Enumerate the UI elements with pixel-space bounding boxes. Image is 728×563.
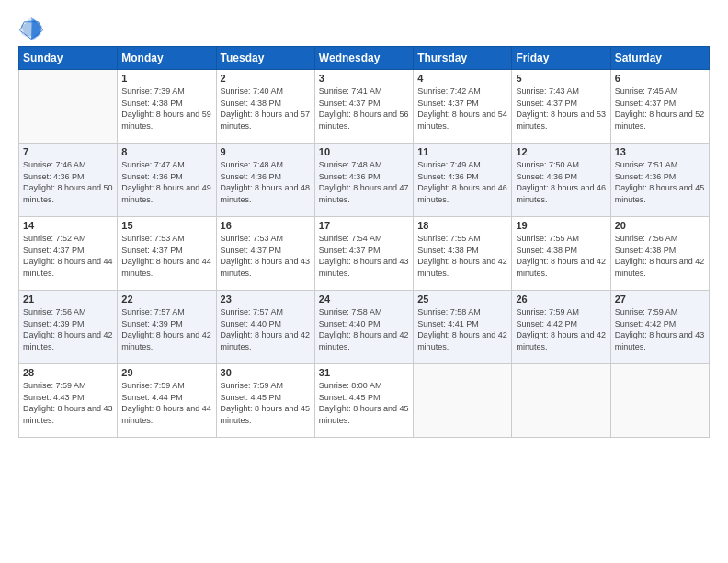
day-number: 5: [516, 73, 606, 84]
calendar-week-row: 7Sunrise: 7:46 AM Sunset: 4:36 PM Daylig…: [19, 144, 710, 217]
calendar-cell: 11Sunrise: 7:49 AM Sunset: 4:36 PM Dayli…: [414, 144, 512, 217]
day-info: Sunrise: 7:54 AM Sunset: 4:37 PM Dayligh…: [319, 233, 409, 279]
day-info: Sunrise: 7:48 AM Sunset: 4:36 PM Dayligh…: [319, 159, 409, 205]
day-number: 18: [417, 220, 507, 231]
day-number: 20: [615, 220, 705, 231]
day-number: 28: [23, 367, 113, 378]
calendar-table: SundayMondayTuesdayWednesdayThursdayFrid…: [18, 46, 710, 438]
day-info: Sunrise: 7:58 AM Sunset: 4:41 PM Dayligh…: [417, 306, 507, 352]
day-info: Sunrise: 7:56 AM Sunset: 4:38 PM Dayligh…: [615, 233, 705, 279]
calendar-cell: 21Sunrise: 7:56 AM Sunset: 4:39 PM Dayli…: [19, 291, 118, 364]
day-info: Sunrise: 7:59 AM Sunset: 4:44 PM Dayligh…: [121, 380, 211, 426]
day-number: 8: [121, 146, 211, 157]
calendar-week-row: 14Sunrise: 7:52 AM Sunset: 4:37 PM Dayli…: [19, 217, 710, 291]
calendar-cell: 15Sunrise: 7:53 AM Sunset: 4:37 PM Dayli…: [118, 217, 216, 291]
calendar-cell: 7Sunrise: 7:46 AM Sunset: 4:36 PM Daylig…: [19, 144, 118, 217]
day-number: 2: [221, 73, 311, 84]
calendar-cell: [610, 364, 709, 438]
day-number: 6: [615, 73, 705, 84]
calendar-cell: 5Sunrise: 7:43 AM Sunset: 4:37 PM Daylig…: [512, 70, 610, 144]
day-info: Sunrise: 7:57 AM Sunset: 4:40 PM Dayligh…: [221, 306, 311, 352]
page: SundayMondayTuesdayWednesdayThursdayFrid…: [0, 0, 728, 563]
day-number: 13: [615, 146, 705, 157]
day-number: 4: [417, 73, 507, 84]
calendar-cell: 16Sunrise: 7:53 AM Sunset: 4:37 PM Dayli…: [216, 217, 314, 291]
day-number: 26: [516, 293, 606, 304]
calendar-cell: 17Sunrise: 7:54 AM Sunset: 4:37 PM Dayli…: [314, 217, 413, 291]
day-number: 11: [417, 146, 507, 157]
day-number: 7: [23, 146, 113, 157]
calendar-cell: 30Sunrise: 7:59 AM Sunset: 4:45 PM Dayli…: [216, 364, 314, 438]
calendar-week-row: 28Sunrise: 7:59 AM Sunset: 4:43 PM Dayli…: [19, 364, 710, 438]
calendar-cell: 4Sunrise: 7:42 AM Sunset: 4:37 PM Daylig…: [414, 70, 512, 144]
calendar-cell: 2Sunrise: 7:40 AM Sunset: 4:38 PM Daylig…: [216, 70, 314, 144]
day-number: 25: [417, 293, 507, 304]
day-number: 31: [319, 367, 409, 378]
calendar-cell: 3Sunrise: 7:41 AM Sunset: 4:37 PM Daylig…: [314, 70, 413, 144]
weekday-header-wednesday: Wednesday: [314, 47, 413, 70]
day-number: 15: [121, 220, 211, 231]
day-info: Sunrise: 7:45 AM Sunset: 4:37 PM Dayligh…: [615, 86, 705, 132]
weekday-header-saturday: Saturday: [610, 47, 709, 70]
weekday-header-row: SundayMondayTuesdayWednesdayThursdayFrid…: [19, 47, 710, 70]
calendar-cell: 24Sunrise: 7:58 AM Sunset: 4:40 PM Dayli…: [314, 291, 413, 364]
day-number: 14: [23, 220, 113, 231]
calendar-cell: 14Sunrise: 7:52 AM Sunset: 4:37 PM Dayli…: [19, 217, 118, 291]
calendar-cell: 27Sunrise: 7:59 AM Sunset: 4:42 PM Dayli…: [610, 291, 709, 364]
day-info: Sunrise: 7:51 AM Sunset: 4:36 PM Dayligh…: [615, 159, 705, 205]
day-number: 21: [23, 293, 113, 304]
calendar-cell: 25Sunrise: 7:58 AM Sunset: 4:41 PM Dayli…: [414, 291, 512, 364]
day-number: 1: [121, 73, 211, 84]
logo-icon: [18, 15, 44, 40]
day-info: Sunrise: 7:52 AM Sunset: 4:37 PM Dayligh…: [23, 233, 113, 279]
day-number: 12: [516, 146, 606, 157]
calendar-cell: 10Sunrise: 7:48 AM Sunset: 4:36 PM Dayli…: [314, 144, 413, 217]
calendar-week-row: 21Sunrise: 7:56 AM Sunset: 4:39 PM Dayli…: [19, 291, 710, 364]
day-info: Sunrise: 7:59 AM Sunset: 4:43 PM Dayligh…: [23, 380, 113, 426]
day-info: Sunrise: 8:00 AM Sunset: 4:45 PM Dayligh…: [319, 380, 409, 426]
day-number: 3: [319, 73, 409, 84]
day-info: Sunrise: 7:59 AM Sunset: 4:42 PM Dayligh…: [516, 306, 606, 352]
day-info: Sunrise: 7:42 AM Sunset: 4:37 PM Dayligh…: [417, 86, 507, 132]
calendar-cell: 12Sunrise: 7:50 AM Sunset: 4:36 PM Dayli…: [512, 144, 610, 217]
day-number: 17: [319, 220, 409, 231]
day-number: 29: [121, 367, 211, 378]
day-info: Sunrise: 7:55 AM Sunset: 4:38 PM Dayligh…: [417, 233, 507, 279]
day-info: Sunrise: 7:58 AM Sunset: 4:40 PM Dayligh…: [319, 306, 409, 352]
day-number: 23: [221, 293, 311, 304]
day-info: Sunrise: 7:59 AM Sunset: 4:45 PM Dayligh…: [221, 380, 311, 426]
calendar-cell: 23Sunrise: 7:57 AM Sunset: 4:40 PM Dayli…: [216, 291, 314, 364]
day-info: Sunrise: 7:46 AM Sunset: 4:36 PM Dayligh…: [23, 159, 113, 205]
calendar-cell: 20Sunrise: 7:56 AM Sunset: 4:38 PM Dayli…: [610, 217, 709, 291]
day-number: 30: [221, 367, 311, 378]
calendar-cell: [19, 70, 118, 144]
day-number: 24: [319, 293, 409, 304]
calendar-week-row: 1Sunrise: 7:39 AM Sunset: 4:38 PM Daylig…: [19, 70, 710, 144]
calendar-cell: 18Sunrise: 7:55 AM Sunset: 4:38 PM Dayli…: [414, 217, 512, 291]
day-info: Sunrise: 7:48 AM Sunset: 4:36 PM Dayligh…: [221, 159, 311, 205]
calendar-cell: 8Sunrise: 7:47 AM Sunset: 4:36 PM Daylig…: [118, 144, 216, 217]
day-info: Sunrise: 7:59 AM Sunset: 4:42 PM Dayligh…: [615, 306, 705, 352]
day-number: 27: [615, 293, 705, 304]
day-number: 22: [121, 293, 211, 304]
calendar-cell: 19Sunrise: 7:55 AM Sunset: 4:38 PM Dayli…: [512, 217, 610, 291]
weekday-header-tuesday: Tuesday: [216, 47, 314, 70]
calendar-cell: 29Sunrise: 7:59 AM Sunset: 4:44 PM Dayli…: [118, 364, 216, 438]
day-number: 16: [221, 220, 311, 231]
day-info: Sunrise: 7:50 AM Sunset: 4:36 PM Dayligh…: [516, 159, 606, 205]
day-number: 19: [516, 220, 606, 231]
day-info: Sunrise: 7:47 AM Sunset: 4:36 PM Dayligh…: [121, 159, 211, 205]
calendar-cell: 28Sunrise: 7:59 AM Sunset: 4:43 PM Dayli…: [19, 364, 118, 438]
day-info: Sunrise: 7:49 AM Sunset: 4:36 PM Dayligh…: [417, 159, 507, 205]
header: [18, 15, 710, 40]
weekday-header-friday: Friday: [512, 47, 610, 70]
calendar-cell: 9Sunrise: 7:48 AM Sunset: 4:36 PM Daylig…: [216, 144, 314, 217]
day-info: Sunrise: 7:53 AM Sunset: 4:37 PM Dayligh…: [121, 233, 211, 279]
day-number: 9: [221, 146, 311, 157]
day-info: Sunrise: 7:55 AM Sunset: 4:38 PM Dayligh…: [516, 233, 606, 279]
day-info: Sunrise: 7:41 AM Sunset: 4:37 PM Dayligh…: [319, 86, 409, 132]
day-info: Sunrise: 7:40 AM Sunset: 4:38 PM Dayligh…: [221, 86, 311, 132]
day-info: Sunrise: 7:43 AM Sunset: 4:37 PM Dayligh…: [516, 86, 606, 132]
calendar-cell: [512, 364, 610, 438]
calendar-cell: [414, 364, 512, 438]
